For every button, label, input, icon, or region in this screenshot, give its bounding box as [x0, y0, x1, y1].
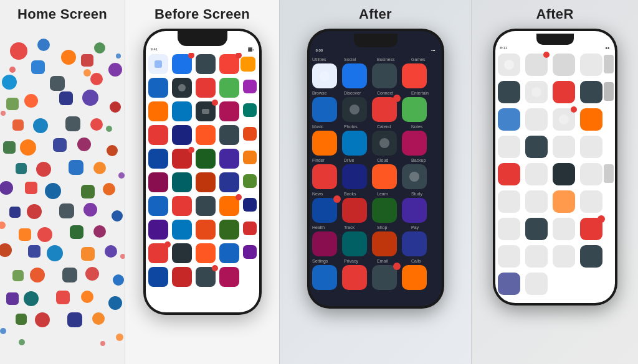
svg-point-72 [19, 339, 25, 345]
svg-point-192 [350, 105, 359, 114]
svg-rect-114 [172, 220, 192, 240]
svg-rect-221 [525, 190, 548, 213]
svg-rect-206 [498, 108, 520, 131]
svg-point-2 [61, 50, 76, 65]
svg-point-235 [504, 60, 514, 70]
svg-rect-83 [219, 78, 239, 98]
svg-rect-113 [148, 220, 168, 240]
svg-point-53 [24, 291, 39, 306]
after-phone-2-screen: 8:11 ●● [495, 31, 615, 303]
svg-rect-19 [3, 141, 16, 154]
svg-point-55 [81, 291, 93, 303]
svg-rect-77 [240, 57, 255, 72]
svg-rect-31 [81, 185, 95, 198]
svg-text:Music: Music [312, 124, 324, 129]
svg-rect-82 [196, 78, 216, 98]
svg-text:Books: Books [344, 192, 356, 196]
after-2-apps-svg [495, 51, 615, 300]
svg-rect-108 [172, 196, 192, 216]
svg-point-101 [188, 147, 194, 153]
svg-rect-93 [196, 125, 216, 145]
svg-point-190 [393, 263, 401, 270]
svg-point-69 [0, 328, 6, 334]
svg-point-44 [47, 245, 63, 261]
svg-rect-15 [12, 119, 24, 131]
svg-rect-122 [243, 245, 257, 259]
svg-point-42 [0, 243, 12, 257]
svg-point-30 [45, 183, 61, 199]
svg-rect-186 [312, 265, 337, 290]
svg-rect-203 [553, 81, 575, 103]
svg-rect-138 [372, 63, 397, 88]
svg-rect-124 [148, 267, 168, 287]
svg-rect-204 [580, 81, 602, 103]
svg-point-68 [120, 254, 125, 259]
svg-rect-188 [372, 265, 397, 290]
svg-rect-80 [148, 78, 168, 98]
svg-rect-120 [196, 243, 216, 263]
svg-rect-59 [67, 312, 82, 327]
svg-point-61 [9, 67, 16, 73]
svg-point-66 [118, 172, 125, 179]
svg-rect-163 [372, 164, 397, 189]
svg-rect-207 [525, 108, 548, 131]
svg-rect-116 [219, 220, 239, 240]
after-title-1: After [359, 0, 392, 26]
svg-point-23 [107, 145, 118, 156]
svg-point-130 [178, 84, 186, 91]
svg-rect-233 [498, 273, 520, 295]
svg-rect-217 [553, 163, 575, 185]
svg-rect-8 [50, 76, 65, 91]
svg-point-123 [164, 241, 171, 248]
svg-rect-225 [525, 218, 548, 240]
svg-rect-129 [155, 60, 162, 68]
before-status-bar: 9:41 ⬛▪️ [146, 46, 259, 53]
svg-rect-6 [81, 54, 93, 67]
svg-rect-35 [59, 203, 74, 218]
svg-rect-153 [312, 131, 337, 156]
svg-rect-224 [498, 218, 520, 240]
svg-rect-234 [525, 273, 548, 295]
svg-rect-75 [196, 54, 216, 74]
svg-point-228 [598, 215, 605, 223]
svg-rect-105 [219, 172, 239, 192]
svg-rect-198 [580, 54, 602, 76]
svg-rect-127 [219, 267, 239, 287]
svg-text:Backup: Backup [411, 158, 426, 163]
svg-rect-40 [70, 225, 83, 239]
after-phone-1-screen: 8:00 ▪▪▪ Utilities Social Business Games [310, 31, 442, 306]
after-2-time: 8:11 [500, 46, 508, 50]
chaos-svg [0, 26, 125, 362]
svg-point-7 [2, 75, 17, 90]
svg-rect-54 [56, 291, 70, 304]
svg-point-16 [33, 118, 48, 133]
svg-rect-5 [31, 60, 45, 74]
svg-rect-139 [402, 63, 427, 88]
svg-text:Social: Social [344, 57, 356, 62]
svg-text:Finder: Finder [312, 158, 325, 162]
svg-rect-205 [604, 82, 614, 101]
svg-rect-12 [59, 91, 73, 105]
svg-rect-89 [243, 103, 257, 117]
svg-point-148 [393, 95, 401, 102]
svg-rect-154 [342, 131, 367, 156]
svg-text:Privacy: Privacy [344, 259, 358, 264]
svg-rect-170 [342, 198, 367, 223]
svg-text:Business: Business [377, 57, 395, 62]
svg-rect-171 [372, 198, 397, 223]
svg-point-210 [571, 106, 577, 113]
svg-rect-218 [580, 163, 602, 185]
svg-point-48 [30, 268, 45, 282]
svg-point-14 [110, 101, 121, 113]
svg-rect-21 [53, 138, 67, 152]
after-section-1: After 8:00 ▪▪▪ Utilities Social Business… [279, 0, 471, 364]
svg-rect-104 [196, 172, 216, 192]
after-notch-1 [354, 34, 398, 47]
svg-point-9 [90, 73, 103, 85]
svg-rect-214 [580, 136, 602, 158]
svg-text:Entertain: Entertain [411, 91, 429, 95]
svg-rect-216 [525, 163, 548, 185]
svg-rect-43 [28, 245, 40, 258]
svg-rect-137 [342, 63, 367, 88]
svg-rect-125 [172, 267, 192, 287]
